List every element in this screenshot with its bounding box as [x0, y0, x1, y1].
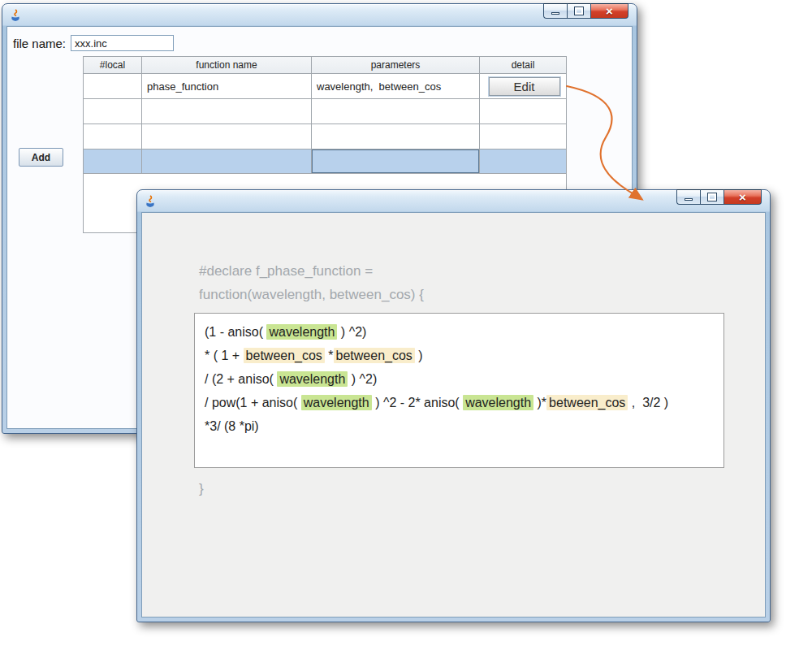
minimize-icon [685, 198, 693, 201]
highlight-between-cos: between_cos [244, 348, 325, 363]
highlight-wavelength: wavelength [277, 371, 348, 387]
cell-function-name[interactable]: phase_function [142, 74, 312, 99]
cell-function-name[interactable] [142, 124, 312, 150]
cell-parameters[interactable]: wavelength, between_cos [312, 74, 480, 99]
table-row[interactable] [84, 124, 566, 150]
window2-content: #declare f_phase_function = function(wav… [141, 212, 766, 618]
close-button[interactable]: × [723, 189, 762, 205]
close-button[interactable]: × [590, 3, 628, 19]
cell-parameters[interactable] [312, 99, 480, 124]
function-signature-line: function(wavelength, between_cos) { [199, 287, 424, 303]
closing-brace: } [199, 481, 204, 497]
close-icon: × [606, 5, 613, 17]
cell-detail[interactable] [480, 124, 566, 150]
minimize-button[interactable] [676, 189, 700, 205]
java-icon [9, 9, 22, 22]
code-line-4: / pow(1 + aniso( wavelength ) ^2 - 2* an… [205, 391, 714, 414]
cell-detail[interactable] [480, 150, 566, 174]
code-line-1: (1 - aniso( wavelength ) ^2) [205, 320, 714, 344]
highlight-wavelength: wavelength [463, 395, 533, 410]
cell-parameters-focused[interactable] [312, 150, 480, 174]
table-row[interactable] [84, 99, 566, 124]
cell-detail[interactable] [480, 99, 566, 124]
cell-parameters[interactable] [312, 124, 480, 150]
cell-local[interactable] [84, 99, 142, 124]
window2-titlebar[interactable] [137, 190, 770, 212]
highlight-wavelength: wavelength [301, 395, 372, 410]
window1-controls: × [543, 3, 628, 19]
maximize-icon [575, 7, 583, 15]
window1-titlebar[interactable] [2, 4, 637, 26]
column-header-parameters[interactable]: parameters [312, 57, 480, 74]
column-header-function-name[interactable]: function name [142, 57, 312, 74]
cell-function-name[interactable] [142, 99, 312, 124]
declare-line: #declare f_phase_function = [199, 263, 373, 280]
cell-local[interactable] [84, 124, 142, 150]
edit-button[interactable]: Edit [489, 77, 560, 96]
function-editor-window: × #declare f_phase_function = function(w… [136, 189, 771, 622]
code-line-2: * ( 1 + between_cos *between_cos ) [205, 344, 714, 367]
column-header-detail[interactable]: detail [480, 57, 566, 74]
cell-local[interactable] [84, 74, 142, 99]
highlight-between-cos: between_cos [334, 348, 415, 363]
highlight-between-cos: between_cos [546, 395, 628, 410]
code-line-3: / (2 + aniso( wavelength ) ^2) [205, 367, 714, 391]
table-row[interactable]: phase_function wavelength, between_cos E… [84, 74, 566, 99]
table-row-selected[interactable] [84, 150, 566, 174]
file-name-label: file name: [13, 37, 66, 50]
minimize-icon [551, 12, 559, 15]
add-button[interactable]: Add [19, 148, 63, 167]
cell-function-name[interactable] [142, 150, 312, 174]
maximize-button[interactable] [700, 189, 723, 205]
file-name-input[interactable] [71, 35, 174, 51]
maximize-icon [708, 193, 716, 201]
column-header-local[interactable]: #local [84, 57, 142, 74]
maximize-button[interactable] [567, 3, 590, 19]
code-line-5: *3/ (8 *pi) [205, 414, 714, 438]
desktop: × file name: #local function name parame… [0, 0, 812, 650]
table-header-row: #local function name parameters detail [84, 57, 566, 74]
window2-controls: × [676, 189, 762, 205]
file-name-row: file name: [13, 35, 174, 51]
close-icon: × [739, 191, 746, 203]
minimize-button[interactable] [543, 3, 567, 19]
cell-local[interactable] [84, 150, 142, 174]
function-body-editor[interactable]: (1 - aniso( wavelength ) ^2) * ( 1 + bet… [194, 313, 724, 468]
cell-detail: Edit [480, 74, 566, 99]
highlight-wavelength: wavelength [266, 324, 337, 340]
java-icon [144, 195, 157, 208]
